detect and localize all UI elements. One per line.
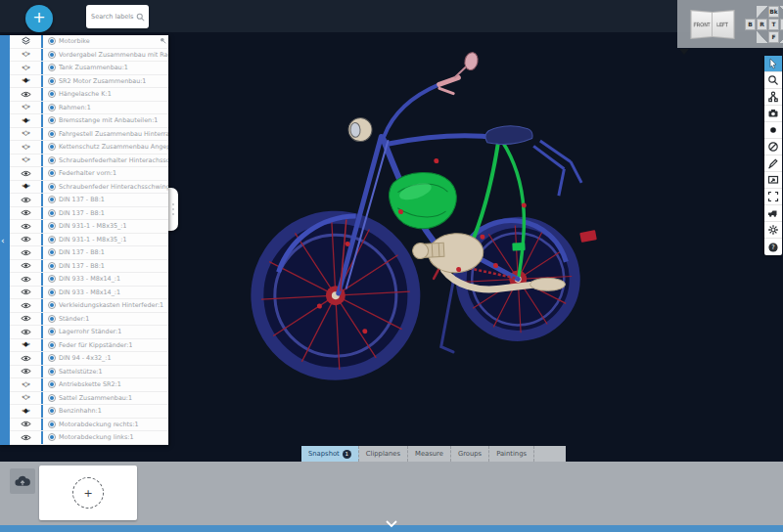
settings-gear-icon[interactable]	[764, 222, 782, 239]
ghost-eye-icon[interactable]: ‹◇›	[10, 378, 43, 391]
radio-icon[interactable]	[48, 248, 56, 256]
tree-item[interactable]: ‹◇›Tank Zusammenbau:1	[10, 62, 168, 75]
tree-item[interactable]: DIN 931-1 - M8x35_:1	[10, 234, 168, 247]
radio-icon[interactable]	[48, 301, 56, 309]
eye-icon[interactable]	[10, 273, 43, 286]
radio-icon[interactable]	[48, 354, 56, 362]
eye-icon[interactable]	[10, 419, 43, 431]
rotate-corner-icon[interactable]	[757, 31, 767, 43]
sidebar-drag-handle[interactable]	[168, 188, 178, 231]
view-cube-top[interactable]: T	[768, 19, 779, 30]
radio-icon[interactable]	[48, 421, 56, 428]
pin-icon[interactable]	[160, 37, 166, 44]
radio-icon[interactable]	[48, 341, 56, 349]
radio-icon[interactable]	[48, 328, 56, 335]
layers-icon[interactable]	[10, 35, 43, 48]
eye-icon[interactable]	[10, 326, 43, 338]
add-snapshot-card[interactable]: +	[39, 466, 137, 520]
radio-icon[interactable]	[48, 262, 56, 270]
view-cube-back[interactable]: Bk	[768, 6, 779, 18]
radio-icon[interactable]	[48, 90, 56, 98]
radio-icon[interactable]	[48, 116, 56, 124]
camera-tool-icon[interactable]	[764, 106, 782, 122]
tree-item[interactable]: ‹◇›Rahmen:1	[10, 102, 168, 115]
radio-icon[interactable]	[48, 64, 56, 71]
tree-item[interactable]: Lagerrohr Ständer:1	[10, 326, 168, 339]
eye-icon[interactable]	[10, 207, 43, 220]
tree-item[interactable]: Sattelstütze:1	[10, 366, 168, 379]
eye-icon[interactable]	[10, 234, 43, 246]
tree-item[interactable]: ‹◇›Fahrgestell Zusammenbau Hinterrad:1	[10, 128, 168, 142]
tree-item[interactable]: ‹◆›Feder für Kippständer:1	[10, 339, 168, 353]
tree-item[interactable]: ‹◆›SR2 Motor Zusammenbau:1	[10, 75, 168, 89]
radio-icon[interactable]	[48, 368, 56, 376]
tree-item[interactable]: ‹◇›Schraubenfederhalter Hinterachsschwin…	[10, 155, 168, 168]
tree-item[interactable]: Ständer:1	[10, 313, 168, 327]
tree-item[interactable]: ‹◆›Bremsstange mit Anbauteilen:1	[10, 114, 168, 128]
radio-icon[interactable]	[48, 51, 56, 59]
eye-icon[interactable]	[10, 431, 43, 444]
tree-item[interactable]: Motorabdeckung rechts:1	[10, 419, 168, 432]
left-view-button[interactable]: LEFT	[713, 9, 735, 38]
radio-icon[interactable]	[48, 236, 56, 244]
point-tool-icon[interactable]	[764, 122, 782, 139]
tree-item[interactable]: ‹◆›Benzinhahn:1	[10, 405, 168, 419]
radio-icon[interactable]	[48, 433, 56, 441]
front-view-button[interactable]: FRONT	[690, 9, 713, 38]
ghost-eye-solid-icon[interactable]: ‹◆›	[10, 339, 43, 352]
rotate-corner-icon[interactable]	[757, 6, 767, 18]
eye-icon[interactable]	[10, 88, 43, 101]
sidebar-collapse-strip[interactable]: ‹	[0, 35, 10, 445]
panel-collapse-icon[interactable]	[679, 49, 689, 55]
tree-item[interactable]: DIN 94 - 4x32_:1	[10, 352, 168, 366]
help-icon[interactable]: ?	[764, 239, 782, 255]
tree-item[interactable]: ‹◇›Vordergabel Zusammenbau mit Rad:1	[10, 49, 168, 63]
radio-icon[interactable]	[48, 209, 56, 217]
eye-icon[interactable]	[10, 167, 43, 180]
tab-groups[interactable]: Groups	[451, 446, 489, 462]
vehicle-tool-icon[interactable]	[764, 205, 782, 222]
radio-icon[interactable]	[48, 143, 56, 151]
tab-snapshot[interactable]: Snapshot1	[301, 446, 359, 462]
view-cube-right[interactable]: R	[757, 19, 767, 30]
radio-icon[interactable]	[48, 407, 56, 415]
tree-item[interactable]: Federhalter vorn:1	[10, 167, 168, 181]
tree-item[interactable]: DIN 933 - M8x14_:1	[10, 273, 168, 287]
ghost-eye-icon[interactable]: ‹◇›	[10, 155, 43, 167]
tree-item[interactable]: DIN 137 - B8:1	[10, 260, 168, 274]
radio-icon[interactable]	[48, 104, 56, 111]
tree-item[interactable]: Verkleidungskasten Hinterfeder:1	[10, 299, 168, 313]
search-input[interactable]	[91, 13, 136, 21]
eye-icon[interactable]	[10, 287, 43, 299]
radio-icon[interactable]	[48, 37, 56, 45]
tree-item[interactable]: ‹◇›Sattel Zusammenbau:1	[10, 392, 168, 406]
draw-tool-icon[interactable]	[764, 155, 782, 172]
tab-paintings[interactable]: Paintings	[489, 446, 534, 462]
hide-tool-icon[interactable]	[764, 139, 782, 155]
radio-icon[interactable]	[48, 380, 56, 388]
radio-icon[interactable]	[48, 183, 56, 191]
ghost-eye-icon[interactable]: ‹◇›	[10, 128, 43, 141]
eye-icon[interactable]	[10, 299, 43, 312]
eye-icon[interactable]	[10, 352, 43, 365]
tree-root-row[interactable]: Motorbike	[10, 35, 168, 49]
eye-icon[interactable]	[10, 246, 43, 259]
ghost-eye-icon[interactable]: ‹◇›	[10, 102, 43, 114]
radio-icon[interactable]	[48, 196, 56, 203]
tab-measure[interactable]: Measure	[408, 446, 451, 462]
radio-icon[interactable]	[48, 77, 56, 85]
tree-item[interactable]: ‹◇›Kettenschutz Zusammenbau Angepasst:1	[10, 141, 168, 155]
radio-icon[interactable]	[48, 315, 56, 323]
radio-icon[interactable]	[48, 169, 56, 177]
tree-item[interactable]: DIN 137 - B8:1	[10, 207, 168, 221]
tree-item[interactable]: DIN 933 - M8x14_:1	[10, 287, 168, 300]
view-cube-front[interactable]: F	[768, 31, 779, 43]
eye-icon[interactable]	[10, 366, 43, 378]
eye-icon[interactable]	[10, 313, 43, 326]
hierarchy-tool-icon[interactable]	[764, 89, 782, 106]
tree-item[interactable]: Hängelasche K:1	[10, 88, 168, 102]
ghost-eye-solid-icon[interactable]: ‹◆›	[10, 181, 43, 194]
eye-icon[interactable]	[10, 260, 43, 273]
eye-icon[interactable]	[10, 220, 43, 233]
zoom-tool-icon[interactable]	[764, 72, 782, 89]
